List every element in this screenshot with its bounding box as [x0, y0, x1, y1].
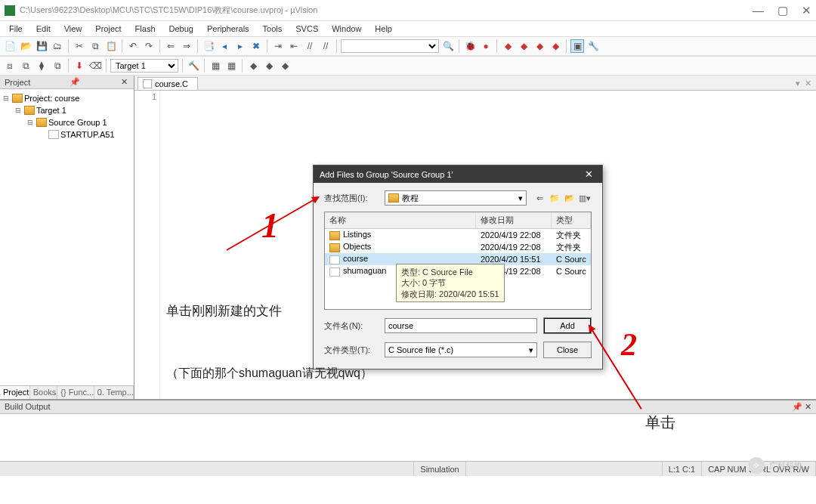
tab-books[interactable]: Books [30, 386, 57, 399]
file-list-header[interactable]: 名称 修改日期 类型 [325, 212, 591, 229]
menu-tools[interactable]: Tools [257, 23, 289, 35]
add-button[interactable]: Add [543, 317, 592, 334]
file-row[interactable]: Objects2020/4/19 22:08文件夹 [325, 241, 591, 253]
target-select[interactable]: Target 1 [110, 59, 178, 73]
breakpoint-icon[interactable]: ● [479, 39, 493, 53]
save-icon[interactable]: 💾 [35, 39, 48, 53]
editor-gutter: 1 [134, 91, 160, 399]
lookin-combo[interactable]: 教程 ▾ [385, 190, 527, 206]
window-layout-icon[interactable]: ▣ [570, 39, 584, 53]
erase-icon[interactable]: ⌫ [88, 59, 102, 73]
window-title: C:\Users\96223\Desktop\MCU\STC\STC15W\DI… [20, 5, 753, 16]
dialog-titlebar[interactable]: Add Files to Group 'Source Group 1' ✕ [314, 165, 602, 183]
find-combo[interactable] [341, 39, 439, 53]
tab-project[interactable]: Project [0, 386, 30, 399]
cfg-b-icon[interactable]: ◆ [517, 39, 530, 53]
menu-file[interactable]: File [3, 23, 29, 35]
col-name[interactable]: 名称 [325, 212, 476, 228]
close-button[interactable]: Close [543, 342, 592, 358]
menu-window[interactable]: Window [326, 23, 367, 35]
chevron-down-icon[interactable]: ▾ [529, 345, 533, 355]
tree-toggle-icon[interactable]: ⊟ [27, 119, 35, 126]
build-output-panel: Build Output 📌 ✕ [0, 399, 816, 461]
manage-b-icon[interactable]: ▦ [224, 59, 238, 73]
editor-tab-course[interactable]: course.C [138, 77, 198, 90]
misc-c-icon[interactable]: ◆ [278, 59, 292, 73]
tab-templates[interactable]: 0. Temp... [94, 386, 134, 399]
bookmark-next-icon[interactable]: ▸ [233, 39, 247, 53]
cfg-d-icon[interactable]: ◆ [549, 39, 562, 53]
open-file-icon[interactable]: 📂 [19, 39, 32, 53]
menu-view[interactable]: View [58, 23, 88, 35]
download-icon[interactable]: ⬇ [73, 59, 86, 73]
filename-input[interactable] [385, 318, 537, 333]
back-icon[interactable]: ⇐ [533, 191, 546, 205]
tree-target[interactable]: ⊟ Target 1 [3, 104, 131, 116]
menu-help[interactable]: Help [369, 23, 398, 35]
file-row[interactable]: Listings2020/4/19 22:08文件夹 [325, 229, 591, 241]
nav-fwd-icon[interactable]: ⇒ [180, 39, 193, 53]
menu-project[interactable]: Project [89, 23, 127, 35]
maximize-button[interactable]: ▢ [777, 5, 788, 16]
undo-icon[interactable]: ↶ [126, 39, 140, 53]
redo-icon[interactable]: ↷ [142, 39, 156, 53]
misc-a-icon[interactable]: ◆ [246, 59, 260, 73]
pin-icon[interactable]: 📌 [70, 77, 80, 87]
nav-back-icon[interactable]: ⇐ [164, 39, 178, 53]
editor-close-icon[interactable]: ✕ [805, 79, 811, 88]
uncomment-icon[interactable]: // [319, 39, 332, 53]
dialog-close-icon[interactable]: ✕ [582, 169, 596, 180]
cfg-c-icon[interactable]: ◆ [533, 39, 546, 53]
tree-toggle-icon[interactable]: ⊟ [3, 94, 11, 102]
cfile-icon [329, 267, 340, 277]
viewmode-icon[interactable]: ▥▾ [578, 191, 592, 205]
new-file-icon[interactable]: 📄 [3, 39, 17, 53]
close-window-button[interactable]: ✕ [802, 5, 811, 16]
copy-icon[interactable]: ⧉ [88, 39, 102, 53]
batch-build-icon[interactable]: ⧉ [51, 59, 64, 73]
debug-icon[interactable]: 🐞 [463, 39, 477, 53]
misc-b-icon[interactable]: ◆ [262, 59, 276, 73]
paste-icon[interactable]: 📋 [104, 39, 118, 53]
manage-a-icon[interactable]: ▦ [209, 59, 222, 73]
build-icon[interactable]: ⧉ [19, 59, 32, 73]
bookmark-icon[interactable]: 📑 [202, 39, 215, 53]
build-output-body[interactable] [0, 414, 816, 461]
menu-debug[interactable]: Debug [163, 23, 199, 35]
menu-svcs[interactable]: SVCS [289, 23, 324, 35]
build-target-icon[interactable]: ⧈ [3, 59, 17, 73]
bookmark-prev-icon[interactable]: ◂ [218, 39, 231, 53]
cut-icon[interactable]: ✂ [73, 39, 86, 53]
rebuild-icon[interactable]: ⧫ [35, 59, 48, 73]
bookmark-clear-icon[interactable]: ✖ [249, 39, 263, 53]
panel-close-icon[interactable]: ✕ [119, 77, 129, 87]
menu-peripherals[interactable]: Peripherals [201, 23, 255, 35]
col-date[interactable]: 修改日期 [476, 212, 552, 228]
chevron-down-icon[interactable]: ▾ [518, 193, 523, 203]
tree-file[interactable]: STARTUP.A51 [3, 128, 131, 141]
tree-toggle-icon[interactable]: ⊟ [15, 107, 23, 114]
editor-dropdown-icon[interactable]: ▾ [796, 79, 800, 88]
outdent-icon[interactable]: ⇤ [287, 39, 301, 53]
filetype-combo[interactable]: C Source file (*.c) ▾ [385, 342, 537, 357]
options-icon[interactable]: 🔨 [187, 59, 200, 73]
file-list[interactable]: 名称 修改日期 类型 Listings2020/4/19 22:08文件夹Obj… [324, 212, 592, 310]
find-icon[interactable]: 🔍 [441, 39, 455, 53]
newfolder-icon[interactable]: 📂 [563, 191, 576, 205]
up-icon[interactable]: 📁 [548, 191, 561, 205]
cfg-a-icon[interactable]: ◆ [501, 39, 515, 53]
tree-project-root[interactable]: ⊟ Project: course [3, 92, 131, 104]
tree-group[interactable]: ⊟ Source Group 1 [3, 116, 131, 128]
col-type[interactable]: 类型 [552, 212, 591, 228]
menu-edit[interactable]: Edit [30, 23, 57, 35]
minimize-button[interactable]: — [753, 5, 764, 16]
project-tree[interactable]: ⊟ Project: course ⊟ Target 1 ⊟ Source Gr… [0, 89, 134, 385]
save-all-icon[interactable]: 🗂 [51, 39, 64, 53]
tab-functions[interactable]: {} Func... [57, 386, 94, 399]
menu-flash[interactable]: Flash [129, 23, 162, 35]
pin-icon[interactable]: 📌 [792, 402, 802, 411]
panel-close-icon[interactable]: ✕ [805, 402, 811, 411]
toolbox-icon[interactable]: 🔧 [586, 39, 600, 53]
comment-icon[interactable]: // [303, 39, 317, 53]
indent-icon[interactable]: ⇥ [271, 39, 285, 53]
